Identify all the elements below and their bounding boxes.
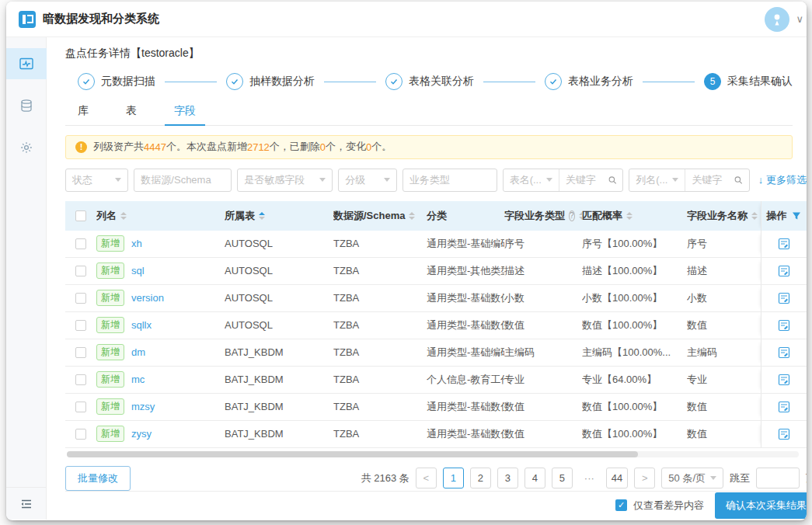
monitor-pulse-icon [19, 56, 34, 71]
summary-alert: ! 列级资产共4447个。本次盘点新增2712个，已删除0个，变化0个。 [65, 135, 793, 159]
column-name-select[interactable]: 列名(... [629, 169, 685, 191]
col-header-owner-table[interactable]: 所属表 [225, 209, 333, 223]
column-keyword-input[interactable] [685, 169, 734, 191]
col-header-schema[interactable]: 数据源/Schema [333, 209, 427, 223]
column-name-link[interactable]: xh [131, 238, 142, 249]
cell-owner-table: BATJ_KBDM [225, 374, 333, 385]
column-name-link[interactable]: dm [131, 346, 145, 358]
alert-total-count: 4447 [144, 141, 166, 153]
status-badge-new: 新增 [96, 262, 124, 279]
collapse-menu-icon[interactable] [19, 497, 33, 511]
col-header-biz-type[interactable]: 字段业务类型 ? [504, 209, 582, 223]
alert-deleted-count: 0 [320, 141, 326, 153]
chevron-down-icon [115, 178, 121, 182]
table-row: 新增 dm BATJ_KBDM TZBA 通用类型-基础编码 主编码 主编码【1… [65, 339, 807, 367]
more-filters-link[interactable]: ↓ 更多筛选 [758, 173, 807, 187]
page-button-44[interactable]: 44 [606, 468, 628, 488]
filter-funnel-icon[interactable] [792, 211, 801, 221]
status-badge-new: 新增 [96, 317, 124, 333]
table-header-row: 列名 所属表 数据源/Schema 分类 字段业务 [65, 201, 807, 231]
column-name-link[interactable]: sqllx [131, 319, 152, 331]
column-name-link[interactable]: mzsy [131, 401, 155, 412]
tab-table[interactable]: 表 [123, 99, 140, 125]
row-checkbox[interactable] [75, 293, 86, 304]
tab-database[interactable]: 库 [75, 99, 92, 125]
sidebar-item-inventory[interactable] [6, 48, 47, 79]
grade-select[interactable]: 分级 [338, 169, 396, 192]
next-page-button[interactable]: > [634, 468, 655, 488]
row-checkbox[interactable] [75, 402, 86, 412]
page-button-2[interactable]: 2 [470, 468, 491, 488]
edit-action-icon[interactable] [778, 401, 790, 413]
sidebar-item-settings[interactable] [6, 132, 47, 163]
datasource-input[interactable] [134, 169, 232, 192]
edit-action-icon[interactable] [778, 265, 790, 277]
table-name-select-value: 表名(... [510, 173, 542, 187]
tab-field[interactable]: 字段 [171, 99, 199, 125]
table-footer: 批量修改 共 2163 条 < 1 2 3 4 5 ··· 44 > 50 条/… [65, 466, 807, 491]
help-question-icon[interactable]: ? [569, 210, 575, 221]
cell-owner-table: BATJ_KBDM [225, 346, 333, 358]
sort-asc-active-icon[interactable] [259, 212, 265, 220]
col-header-biz-name[interactable]: 字段业务名称 [687, 209, 761, 223]
column-name-link[interactable]: mc [131, 374, 145, 385]
table-keyword-input[interactable] [559, 169, 608, 191]
edit-action-icon[interactable] [778, 319, 790, 332]
page-button-1[interactable]: 1 [443, 468, 464, 488]
confirm-results-button[interactable]: 确认本次采集结果 [715, 492, 807, 519]
step-connector [165, 82, 217, 82]
sidebar-item-datasource[interactable] [6, 90, 47, 121]
row-checkbox[interactable] [75, 238, 86, 249]
cell-owner-table: AUTOSQL [225, 319, 333, 331]
column-name-link[interactable]: zysy [131, 428, 152, 440]
horizontal-scrollbar[interactable] [67, 451, 799, 457]
search-icon[interactable] [734, 175, 744, 186]
cell-schema: TZBA [333, 238, 427, 249]
row-checkbox[interactable] [75, 347, 86, 358]
sort-icon[interactable] [751, 212, 758, 220]
edit-action-icon[interactable] [778, 428, 790, 440]
edit-action-icon[interactable] [778, 238, 790, 250]
step-result-confirm: 5 采集结果确认 [704, 73, 793, 90]
edit-action-icon[interactable] [778, 346, 790, 359]
business-type-input[interactable] [403, 169, 497, 192]
cell-category: 个人信息-教育工作... [427, 373, 504, 387]
sort-icon[interactable] [120, 212, 127, 220]
jump-page-input[interactable] [756, 468, 800, 488]
page-button-4[interactable]: 4 [524, 468, 545, 488]
prev-page-button[interactable]: < [416, 468, 437, 488]
chevron-down-icon [319, 178, 326, 182]
row-checkbox[interactable] [75, 266, 86, 276]
column-name-filter: 列名(... [629, 169, 750, 192]
sort-icon[interactable] [626, 212, 633, 220]
user-menu-caret-icon[interactable]: ∨ [796, 13, 803, 25]
status-select[interactable]: 状态 [65, 169, 128, 192]
col-header-match-prob[interactable]: 匹配概率 [582, 209, 687, 223]
col-header-column-name[interactable]: 列名 [96, 209, 225, 223]
edit-action-icon[interactable] [778, 292, 790, 304]
cell-biz-type: 数值 [504, 318, 582, 332]
column-name-link[interactable]: sql [131, 265, 145, 276]
step-label: 表格业务分析 [568, 75, 633, 89]
row-checkbox[interactable] [75, 374, 86, 385]
database-icon [19, 98, 34, 113]
arrow-down-icon: ↓ [758, 174, 764, 186]
search-icon[interactable] [608, 175, 618, 186]
sensitive-field-select[interactable]: 是否敏感字段 [237, 169, 333, 192]
page-size-select[interactable]: 50 条/页 [661, 468, 723, 488]
edit-action-icon[interactable] [778, 374, 790, 386]
row-checkbox[interactable] [75, 320, 86, 331]
page-ellipsis[interactable]: ··· [579, 468, 600, 488]
user-avatar[interactable] [765, 7, 789, 32]
diff-only-checkbox[interactable]: ✓ [615, 499, 627, 511]
page-button-5[interactable]: 5 [552, 468, 573, 488]
row-checkbox[interactable] [75, 429, 86, 440]
column-name-link[interactable]: version [131, 292, 164, 304]
page-button-3[interactable]: 3 [497, 468, 518, 488]
sort-icon[interactable] [409, 212, 415, 220]
table-name-select[interactable]: 表名(... [504, 169, 559, 191]
batch-edit-button[interactable]: 批量修改 [65, 466, 131, 491]
step-label: 表格关联分析 [409, 75, 474, 89]
scrollbar-thumb[interactable] [67, 451, 638, 457]
select-all-checkbox[interactable] [75, 210, 86, 221]
